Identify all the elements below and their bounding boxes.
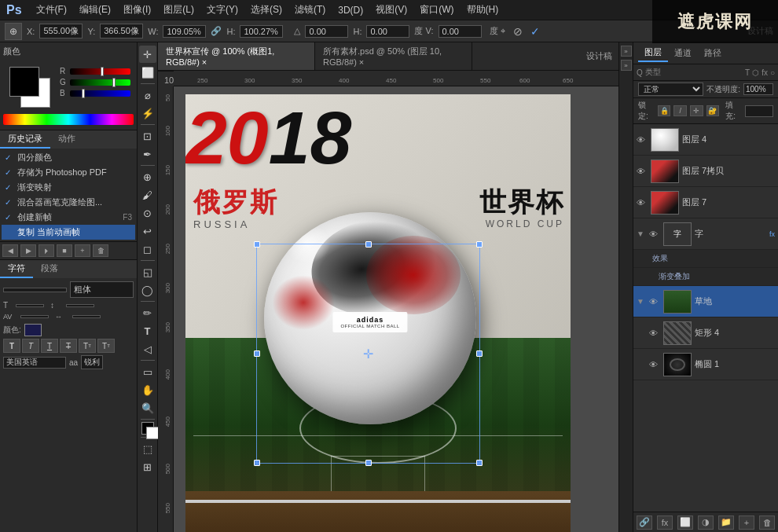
menu-edit[interactable]: 编辑(E) [75,2,116,18]
menu-image[interactable]: 图像(I) [119,2,156,18]
r-slider[interactable] [70,68,130,75]
leading-input[interactable] [66,304,94,307]
crop-tool[interactable]: ⊡ [139,127,156,145]
quick-mask-tool[interactable]: ⬚ [139,440,156,457]
tab-paths[interactable]: 路径 [698,45,728,61]
track-input[interactable] [72,315,101,318]
b-thumb[interactable] [82,89,85,98]
filter-toggle[interactable]: ○ [770,68,775,77]
subscript-btn[interactable]: TT [97,339,115,353]
layer-eye-rect4[interactable]: 👁 [649,328,660,338]
fg-swatch[interactable] [9,67,39,97]
x-value[interactable]: 555.00像 [39,24,83,39]
blend-mode-select[interactable]: 正常 [638,83,703,96]
shape-tool[interactable]: ▭ [139,363,156,380]
layer-item-ellipse1[interactable]: 👁 椭圆 1 [633,349,778,380]
panel-expand-btn-1[interactable]: » [621,46,632,57]
confirm-transform-icon[interactable]: ✓ [530,25,540,38]
w-value[interactable]: 109.05% [163,25,206,38]
r-thumb[interactable] [101,67,104,76]
font-family-dropdown[interactable] [3,288,67,292]
filter-icon-fx[interactable]: fx [761,68,768,77]
filter-icon-t[interactable]: T [745,68,750,77]
menu-window[interactable]: 窗口(W) [415,2,458,18]
zi-expand-icon[interactable]: ▼ [637,229,646,238]
tab-history[interactable]: 历史记录 [0,130,50,149]
bold-btn[interactable]: T [3,339,20,353]
tab-character[interactable]: 字符 [0,260,33,278]
anti-alias-dropdown[interactable]: 锐利 [81,355,103,369]
underline-btn[interactable]: T [41,339,58,353]
menu-layer[interactable]: 图层(L) [159,2,199,18]
tab-layers[interactable]: 图层 [638,44,668,62]
g-thumb[interactable] [112,78,116,87]
layer-item-7[interactable]: 👁 图层 7 [633,187,778,218]
font-size-input[interactable] [16,304,44,307]
superscript-btn[interactable]: TT [79,339,96,353]
menu-view[interactable]: 视图(V) [371,2,412,18]
tab-paragraph[interactable]: 段落 [33,260,66,278]
layer-link-btn[interactable]: 🔗 [637,515,652,530]
cancel-transform-icon[interactable]: ⊘ [513,25,523,38]
clone-tool[interactable]: ⊙ [139,204,156,222]
history-new-btn[interactable]: + [75,244,90,257]
lock-move-btn[interactable]: ✛ [690,105,703,116]
gradient-tool[interactable]: ◱ [139,263,156,281]
text-tool[interactable]: T [139,322,156,339]
menu-text[interactable]: 文字(Y) [202,2,243,18]
history-stop-btn[interactable]: ■ [57,244,72,257]
history-item-5[interactable]: 复制 当前动画帧 [2,225,135,240]
layer-item-grass[interactable]: ▼ 👁 草地 [633,286,778,317]
type-color-swatch[interactable] [24,324,42,336]
canvas-work[interactable]: 2018 俄罗斯 世界杯 RUSSIA WORLD CUP [174,86,618,532]
history-play-btn[interactable]: ⏵ [39,244,54,257]
layer-item-7copy[interactable]: 👁 图层 7拷贝 [633,156,778,187]
history-back-btn[interactable]: ◀ [2,244,18,257]
menu-3d[interactable]: 3D(D) [333,3,368,17]
color-spectrum-bar[interactable] [3,114,134,125]
layer-fx-btn[interactable]: fx [657,515,673,530]
layer-new-btn[interactable]: + [739,515,754,530]
history-item-1[interactable]: ✓ 存储为 Photoshop PDF [2,165,135,180]
lasso-tool[interactable]: ⌀ [139,86,156,104]
canvas-tab-1[interactable]: 世界杯宣传 @ 100% (概图1, RGB/8#) × [158,42,315,70]
history-item-4[interactable]: ✓ 创建新帧 F3 [2,210,135,225]
patch-tool[interactable]: ⊕ [139,168,156,185]
language-field[interactable] [3,357,66,369]
lock-pos-btn[interactable]: 🔒 [658,105,671,116]
layer-item-rect4[interactable]: 👁 矩形 4 [633,317,778,349]
lock-all-btn[interactable]: 🔐 [706,105,720,116]
layer-eye-grass[interactable]: 👁 [649,297,660,306]
dodge-tool[interactable]: ◯ [139,281,156,299]
screen-mode-tool[interactable]: ⊞ [139,458,156,475]
grass-expand-icon[interactable]: ▼ [637,297,646,306]
history-item-3[interactable]: ✓ 混合器画笔克隆绘图... [2,195,135,210]
brush-tool[interactable]: 🖌 [139,186,156,204]
eraser-tool[interactable]: ◻ [139,240,156,258]
eyedrop-tool[interactable]: ✒ [139,145,156,163]
bg-color-tool[interactable] [146,427,159,439]
history-fwd-btn[interactable]: ▶ [20,244,36,257]
hand-tool[interactable]: ✋ [139,381,156,398]
h-value[interactable]: 100.27% [240,25,283,38]
pen-tool[interactable]: ✏ [139,304,156,321]
filter-icon-shape[interactable]: ⬡ [752,68,759,77]
link-icon[interactable]: 🔗 [211,26,222,36]
b-slider[interactable] [70,90,130,97]
menu-help[interactable]: 帮助(H) [462,2,504,18]
layer-adj-btn[interactable]: ◑ [698,515,714,530]
layer-group-btn[interactable]: 📁 [718,515,734,530]
layer-eye-zi[interactable]: 👁 [649,229,660,239]
g-slider[interactable] [70,79,130,86]
fill-input[interactable] [745,105,773,117]
wand-tool[interactable]: ⚡ [139,105,156,122]
fg-color-tool[interactable] [141,422,154,435]
layer-eye-4[interactable]: 👁 [637,135,648,145]
history-del-btn[interactable]: 🗑 [93,244,108,257]
layer-eye-7[interactable]: 👁 [637,198,648,207]
tab-channels[interactable]: 通道 [668,45,698,61]
history-brush-tool[interactable]: ↩ [139,222,156,240]
path-select-tool[interactable]: ◁ [139,340,156,358]
layer-eye-7copy[interactable]: 👁 [637,167,648,176]
strikethrough-btn[interactable]: T [60,339,77,353]
